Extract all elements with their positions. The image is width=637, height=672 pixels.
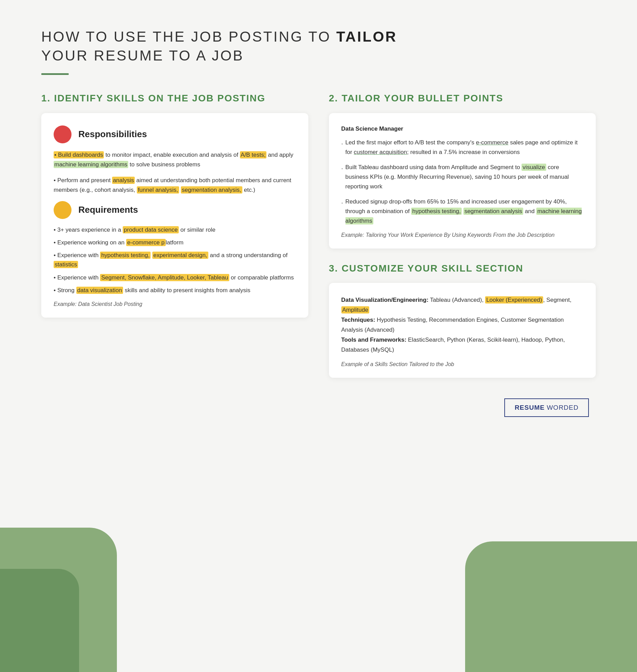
section2-card: Data Science Manager Led the first major… (329, 113, 596, 249)
section2-heading: 2. TAILOR YOUR BULLET POINTS (329, 92, 596, 104)
hl-statistics: statistics (54, 261, 78, 268)
hl-segmentation-analysis: segmentation analysis, (181, 186, 242, 194)
bullet-right-3: Reduced signup drop-offs from 65% to 15%… (341, 197, 584, 226)
example2: Example: Tailoring Your Work Experience … (341, 232, 584, 238)
req5: • Strong data visualization skills and a… (54, 286, 296, 295)
bullet-right-2: Built Tableau dashboard using data from … (341, 163, 584, 191)
section1-card: Responsibilities • Build dashboards to m… (41, 113, 308, 318)
req2: • Experience working on an e-commerce pl… (54, 238, 296, 247)
logo-worded: WORDED (547, 404, 579, 411)
section3-card: Data Visualization/Engineering: Tableau … (329, 283, 596, 377)
hl-ecommerce-right: e-commerce (476, 139, 508, 146)
hl-segmentation-right: segmentation analysis (463, 208, 523, 215)
req4: • Experience with Segment, Snowflake, Am… (54, 273, 296, 282)
example1: Example: Data Scientist Job Posting (54, 301, 296, 307)
hl-ab-tests: A/B tests; (240, 151, 266, 158)
hl-experimental-design: experimental design, (152, 252, 208, 259)
hl-customer-acquisition: customer acquisition (354, 149, 407, 155)
red-circle-icon (54, 125, 72, 143)
hl-ecommerce: e-commerce p (126, 239, 166, 246)
hl-build-dashboards: • Build dashboards (54, 151, 104, 158)
req1: • 3+ years experience in a product data … (54, 225, 296, 234)
skills-bold-2: Techniques: (341, 317, 375, 323)
title-part2: YOUR RESUME TO A JOB (41, 47, 244, 64)
yellow-circle-icon (54, 201, 72, 219)
bg-shape-right (465, 541, 637, 672)
logo-wrapper: RESUME WORDED (329, 398, 596, 417)
hl-amplitude: Amplitude (341, 306, 370, 313)
section1-heading: 1. IDENTIFY SKILLS ON THE JOB POSTING (41, 92, 308, 104)
hl-tools: Segment, Snowflake, Amplitude, Looker, T… (100, 274, 229, 281)
bullet-right-1: Led the first major effort to A/B test t… (341, 138, 584, 157)
hl-hypothesis-right: hypothesis testing, (411, 208, 462, 215)
page-wrapper: HOW TO USE THE JOB POSTING TO TAILOR YOU… (0, 0, 637, 672)
requirements-title: Requirements (78, 205, 138, 215)
bg-shape-left-inner (0, 569, 79, 672)
right-column: 2. TAILOR YOUR BULLET POINTS Data Scienc… (329, 92, 596, 417)
hl-visualize: visualize (521, 164, 546, 171)
left-column: 1. IDENTIFY SKILLS ON THE JOB POSTING Re… (41, 92, 308, 331)
logo-box: RESUME WORDED (504, 398, 589, 417)
resp-para2: • Perform and present analysis aimed at … (54, 176, 296, 195)
example3: Example of a Skills Section Tailored to … (341, 361, 584, 367)
logo-resume: RESUME (515, 404, 545, 411)
requirements-header: Requirements (54, 201, 296, 219)
hl-ml-algorithms: machine learning algorithms (54, 161, 128, 168)
responsibilities-title: Responsibilities (78, 129, 147, 140)
title-bold: TAILOR (336, 29, 397, 45)
hl-analysis: analysis (112, 177, 134, 184)
title-underline (41, 73, 69, 75)
hl-looker: Looker (Experienced) (485, 296, 543, 304)
title-part1: HOW TO USE THE JOB POSTING TO (41, 29, 336, 45)
section3-heading: 3. CUSTOMIZE YOUR SKILL SECTION (329, 262, 596, 275)
hl-funnel-analysis: funnel analysis, (137, 186, 179, 194)
responsibilities-header: Responsibilities (54, 125, 296, 143)
hl-hypothesis: hypothesis testing, (100, 252, 151, 259)
skills-bold-1: Data Visualization/Engineering: (341, 297, 429, 303)
hl-product-data-science: product data science (123, 226, 179, 233)
hl-data-viz: data visualization (76, 287, 123, 294)
main-title: HOW TO USE THE JOB POSTING TO TAILOR YOU… (41, 27, 596, 65)
resp-para1: • Build dashboards to monitor impact, en… (54, 150, 296, 169)
job-title: Data Science Manager (341, 125, 584, 132)
skills-text: Data Visualization/Engineering: Tableau … (341, 295, 584, 355)
skills-bold-3: Tools and Frameworks: (341, 337, 407, 343)
req3: • Experience with hypothesis testing, ex… (54, 251, 296, 269)
main-content: HOW TO USE THE JOB POSTING TO TAILOR YOU… (41, 27, 596, 417)
two-col-layout: 1. IDENTIFY SKILLS ON THE JOB POSTING Re… (41, 92, 596, 417)
